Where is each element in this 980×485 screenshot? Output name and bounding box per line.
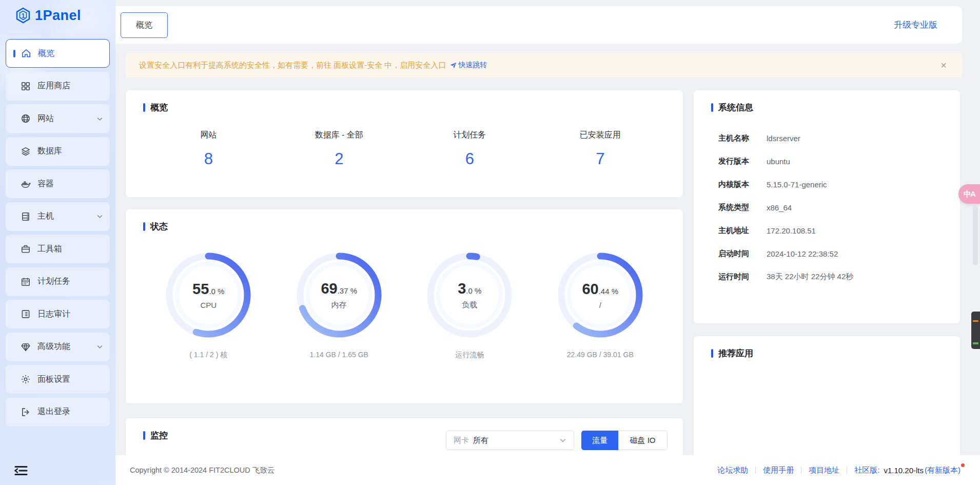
gauge-load: 3.0 % 负载 运行流畅 — [404, 252, 535, 360]
system-info-rows: 主机名称 ldsrserver 发行版本 ubuntu 内核版本 5.15.0-… — [711, 127, 943, 288]
sidebar-item-label: 应用商店 — [37, 81, 70, 91]
sidebar-item-cronjob[interactable]: 计划任务 — [6, 267, 110, 296]
manual-link[interactable]: 使用手册 — [763, 465, 794, 475]
chevron-down-icon — [96, 213, 103, 220]
translate-button[interactable]: 中A — [958, 184, 980, 204]
traffic-button-label: 流量 — [592, 436, 607, 445]
sysinfo-row-distro: 发行版本 ubuntu — [711, 150, 943, 173]
stat-cronjobs[interactable]: 计划任务 6 — [404, 130, 535, 168]
new-version-link[interactable]: (有新版本) — [925, 465, 961, 475]
row-value: 2024-10-12 22:38:52 — [767, 249, 838, 258]
row-value: ldsrserver — [767, 134, 800, 143]
browser-extension-widget[interactable] — [971, 312, 980, 349]
sidebar-item-toolbox[interactable]: 工具箱 — [6, 235, 110, 263]
stat-websites[interactable]: 网站 8 — [143, 130, 274, 168]
monitor-mode-toggle: 流量 磁盘 IO — [581, 431, 668, 450]
sidebar-item-label: 工具箱 — [37, 244, 62, 255]
sysinfo-row-hostname: 主机名称 ldsrserver — [711, 127, 943, 150]
load-caption: 运行流畅 — [455, 351, 484, 360]
brand-name: 1Panel — [35, 8, 81, 24]
row-value: 5.15.0-71-generic — [767, 180, 827, 189]
disk-io-button[interactable]: 磁盘 IO — [618, 431, 668, 450]
calendar-icon — [21, 277, 31, 287]
gauge-cpu: 55.0 % CPU ( 1.1 / 2 ) 核 — [143, 252, 274, 360]
log-list-icon — [21, 309, 31, 319]
appstore-grid-icon — [21, 81, 31, 91]
overview-card-title: 概览 — [143, 102, 665, 113]
title-accent-bar — [143, 222, 145, 231]
memory-caption: 1.14 GB / 1.65 GB — [310, 351, 368, 359]
stat-databases[interactable]: 数据库 - 全部 2 — [274, 130, 405, 168]
sidebar-item-settings[interactable]: 面板设置 — [6, 365, 110, 394]
row-value: x86_64 — [767, 203, 792, 212]
gauge-row: 55.0 % CPU ( 1.1 / 2 ) 核 69.37 % — [143, 252, 665, 360]
sidebar-item-logs[interactable]: 日志审计 — [6, 300, 110, 328]
stat-label: 已安装应用 — [535, 130, 666, 141]
stat-value: 8 — [143, 150, 274, 168]
forum-help-link[interactable]: 论坛求助 — [717, 465, 748, 475]
active-indicator-bar — [13, 50, 15, 57]
divider — [801, 467, 801, 474]
divider — [847, 467, 847, 474]
chevron-down-icon — [96, 343, 103, 350]
globe-icon — [21, 113, 31, 124]
sidebar-item-label: 高级功能 — [37, 341, 70, 352]
row-label: 内核版本 — [718, 180, 767, 189]
sidebar-item-label: 日志审计 — [37, 309, 70, 320]
row-value: 38天 22小时 22分钟 42秒 — [767, 272, 853, 282]
gauge-label: 内存 — [331, 300, 347, 310]
row-label: 运行时间 — [718, 272, 767, 282]
sidebar-collapse-button[interactable] — [13, 463, 29, 478]
widget-orange-bar — [973, 320, 978, 322]
select-prefix-label: 网卡 — [454, 436, 469, 445]
sidebar-item-logout[interactable]: 退出登录 — [6, 398, 110, 426]
sidebar-item-label: 网站 — [37, 113, 54, 124]
sidebar-item-database[interactable]: 数据库 — [6, 137, 110, 166]
hexagon-logo-icon: 1 — [15, 7, 31, 24]
paper-plane-icon — [450, 62, 457, 69]
overview-title-text: 概览 — [150, 102, 168, 113]
stat-value: 6 — [404, 150, 535, 168]
status-card-title: 状态 — [143, 221, 665, 232]
sidebar-item-website[interactable]: 网站 — [6, 104, 110, 133]
brand-logo[interactable]: 1 1Panel — [15, 7, 81, 24]
sidebar-item-overview[interactable]: 概览 — [6, 39, 110, 68]
sidebar-item-host[interactable]: 主机 — [6, 202, 110, 231]
translate-icon: 中A — [964, 189, 975, 199]
row-label: 启动时间 — [718, 249, 767, 259]
quick-jump-link[interactable]: 快速跳转 — [450, 61, 487, 70]
load-percent: 3.0 % — [458, 280, 481, 297]
sidebar-item-label: 计划任务 — [37, 276, 70, 287]
chevron-down-icon — [559, 437, 566, 444]
recommended-apps-title-text: 推荐应用 — [718, 347, 753, 359]
tab-overview[interactable]: 概览 — [121, 12, 168, 38]
server-icon — [21, 211, 31, 222]
gauge-label: 负载 — [462, 300, 477, 310]
sysinfo-row-uptime: 运行时间 38天 22小时 22分钟 42秒 — [711, 265, 943, 288]
stat-label: 计划任务 — [404, 130, 535, 141]
row-label: 系统类型 — [718, 203, 767, 212]
close-icon[interactable]: × — [938, 58, 949, 72]
gauge-disk-root: 60.44 % / 22.49 GB / 39.01 GB — [535, 252, 666, 360]
sysinfo-row-arch: 系统类型 x86_64 — [711, 196, 943, 219]
sidebar-item-advanced[interactable]: 高级功能 — [6, 333, 110, 361]
sidebar-item-label: 容器 — [37, 179, 54, 189]
diamond-icon — [21, 342, 31, 352]
stat-installed-apps[interactable]: 已安装应用 7 — [535, 130, 666, 168]
project-repo-link[interactable]: 项目地址 — [809, 465, 839, 475]
sidebar-menu: 概览 应用商店 网站 数据库 — [6, 39, 110, 430]
row-label: 主机名称 — [718, 133, 767, 143]
network-interface-select[interactable]: 网卡 所有 — [446, 431, 574, 450]
copyright-text: Copyright © 2014-2024 FIT2CLOUD 飞致云 — [130, 465, 275, 475]
gauge-label: CPU — [200, 301, 217, 309]
sidebar-item-appstore[interactable]: 应用商店 — [6, 72, 110, 101]
row-label: 发行版本 — [718, 157, 767, 166]
monitor-title-text: 监控 — [150, 430, 168, 441]
scrollbar-thumb[interactable] — [973, 205, 978, 265]
upgrade-pro-label: 升级专业版 — [894, 19, 937, 31]
recommended-apps-title: 推荐应用 — [711, 347, 943, 359]
edition-label: 社区版: — [854, 465, 879, 475]
traffic-button[interactable]: 流量 — [581, 431, 618, 450]
upgrade-pro-link[interactable]: 升级专业版 — [894, 6, 937, 44]
sidebar-item-container[interactable]: 容器 — [6, 169, 110, 198]
